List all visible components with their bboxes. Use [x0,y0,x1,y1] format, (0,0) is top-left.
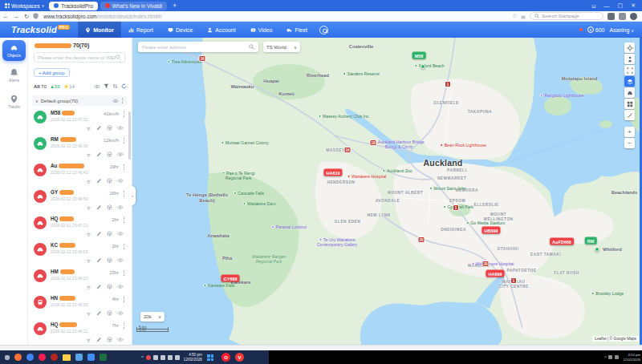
chrome-icon[interactable] [26,354,34,361]
tab-whats-new-vivaldi[interactable]: What's New in Vivaldi [100,2,167,10]
device-row[interactable]: HQ 2026-02-12 23:47:212hr [32,214,128,241]
speaker-icon[interactable] [615,355,619,359]
tab-tracksolidpro[interactable]: TracksolidPro [49,2,98,10]
eye-icon[interactable] [117,178,124,184]
vehicle-marker[interactable]: GY668 [221,275,239,282]
device-row[interactable]: HN 2026-02-12 23:46:554hr [32,293,128,320]
device-search-input[interactable]: Please enter the device name or IMEI [34,52,125,63]
device-row[interactable]: M58 2026-02-12 23:47:3241km/h [32,108,128,135]
filter-funnel-icon[interactable] [104,83,109,89]
kebab-menu-icon[interactable] [123,243,125,250]
steering-wheel-icon[interactable] [107,310,112,316]
windows-start-icon[interactable] [207,354,213,361]
kebab-menu-icon[interactable] [123,296,125,303]
edit-icon[interactable] [96,337,102,342]
speaker-icon[interactable] [168,355,173,360]
device-row[interactable]: RM 2026-02-12 23:49:3612km/h [32,135,128,161]
window-icon[interactable] [160,355,165,360]
edit-icon[interactable] [96,125,102,131]
signal-icon[interactable] [86,152,91,157]
map-canvas[interactable]: AucklandGLENFIELDTAKAPUNAMASSEYHENDERSON… [132,38,642,345]
wallet-icon[interactable] [619,13,626,20]
eye-icon[interactable] [117,337,124,342]
nav-video[interactable]: Video [243,22,280,38]
edit-icon[interactable] [96,152,102,157]
nav-search-icon[interactable] [319,26,328,34]
close-button[interactable]: ✕ [631,2,636,9]
extensions-icon[interactable] [607,13,615,20]
opera-icon[interactable] [39,354,46,361]
mail-icon[interactable] [87,354,95,361]
vivaldi-taskbar-icon[interactable]: V [235,353,244,362]
signal-icon[interactable] [86,310,91,316]
start-icon[interactable] [5,355,10,360]
chevron-up-icon[interactable]: ^ [141,355,144,360]
maximize-button[interactable]: ▢ [618,2,624,9]
network-icon[interactable] [608,355,612,359]
explorer-icon[interactable] [63,354,71,361]
notification-icon[interactable] [146,355,151,360]
back-button[interactable]: ← [2,13,9,20]
opera-taskbar-icon[interactable]: O [221,353,230,362]
vehicle-marker[interactable]: AuFD668 [550,238,574,245]
bookmark-icon[interactable]: ☆ [512,13,517,19]
steering-wheel-icon[interactable] [107,204,112,210]
vehicle-marker[interactable]: HA899 [486,270,504,277]
credits-badge[interactable]: $600 [587,26,605,33]
eye-icon[interactable] [117,152,124,157]
edit-icon[interactable] [96,284,102,289]
vehicle-marker[interactable]: M58 [412,52,426,59]
steering-wheel-icon[interactable] [107,125,112,131]
map-zoom-select[interactable]: 20k∨ [140,312,165,322]
rail-item-alerts[interactable]: Alerts [2,68,26,83]
nav-monitor[interactable]: Monitor [78,22,121,38]
filter-all[interactable]: All 70 [34,84,47,89]
layers-button[interactable] [624,76,635,87]
map-address-search[interactable]: Please enter address [138,42,258,52]
steering-wheel-icon[interactable] [107,337,112,342]
edit-icon[interactable] [96,231,102,237]
rail-item-objects[interactable]: Objects [2,40,26,61]
signal-icon[interactable] [86,125,91,131]
kebab-menu-icon[interactable] [123,190,125,197]
kebab-menu-icon[interactable] [123,269,125,277]
folder-icon[interactable] [175,355,180,360]
streetview-button[interactable] [624,54,635,64]
excel-icon[interactable] [100,354,107,361]
transfer-icon[interactable] [112,83,118,89]
edit-icon[interactable] [96,178,102,184]
signal-icon[interactable] [86,204,91,210]
url-field[interactable]: www.tracksolidpro.com/monitor/device/ind… [43,14,161,19]
signal-icon[interactable] [86,231,91,237]
device-row[interactable]: HM 2026-02-12 23:46:2323hr [32,267,128,293]
minimize-button[interactable]: — [604,3,610,9]
device-row[interactable]: GY 2026-02-12 23:48:5916hr [32,188,128,214]
forward-button[interactable]: → [14,13,20,20]
steering-wheel-icon[interactable] [107,152,112,157]
signal-icon[interactable] [86,337,91,342]
signal-icon[interactable] [86,257,91,263]
filter-moving[interactable]: ▲59 [50,84,60,89]
panel-icon[interactable]: ⊡ [591,3,595,9]
reader-icon[interactable]: ▤ [521,14,526,19]
vehicle-position-dot[interactable] [421,64,425,69]
nav-account[interactable]: Account [200,22,242,38]
refresh-icon[interactable] [121,83,127,89]
steering-wheel-icon[interactable] [107,178,112,184]
group-header[interactable]: ∨ Default group(70) [32,95,127,106]
steering-wheel-icon[interactable] [107,257,112,263]
kebab-menu-icon[interactable] [123,137,125,144]
steering-wheel-icon[interactable] [107,284,112,289]
grid-button[interactable] [624,99,635,109]
brave-icon[interactable] [51,354,58,361]
chevron-up-icon[interactable]: ^ [604,355,606,359]
edit-icon[interactable] [96,310,102,316]
filter-idle[interactable]: ⚡14 [63,83,75,89]
zoom-in-button[interactable]: + [624,127,635,137]
nav-fleet[interactable]: Fleet [279,22,315,38]
edit-icon[interactable] [96,257,102,263]
workspaces-button[interactable]: Workspaces ∨ [0,0,49,11]
rail-item-tracks[interactable]: Tracks [2,95,26,109]
taskbar-clock[interactable]: 4:50 pm12/02/2026 [184,353,202,362]
nav-device[interactable]: Device [160,22,200,38]
